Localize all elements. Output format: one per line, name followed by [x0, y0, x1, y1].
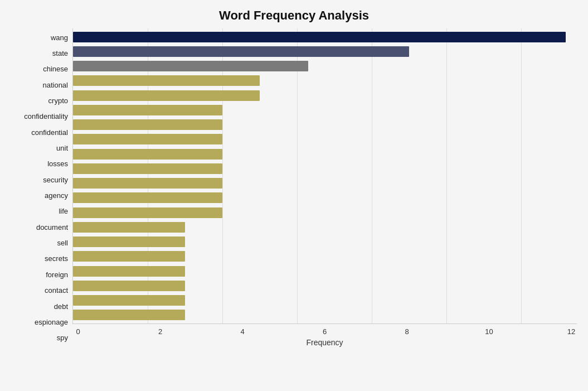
bar-row	[73, 132, 577, 147]
bar-row	[73, 88, 577, 103]
y-label: confidentiality	[24, 113, 68, 120]
y-label: sell	[57, 239, 68, 247]
bars-area	[72, 28, 577, 324]
bar-row	[73, 103, 577, 117]
x-tick: 2	[155, 327, 166, 336]
x-tick: 10	[484, 327, 495, 336]
y-label: losses	[47, 160, 68, 167]
bar-row	[73, 264, 577, 278]
x-tick: 12	[566, 327, 577, 336]
bar-row	[73, 74, 577, 88]
bar-row	[73, 147, 577, 161]
chart-container: Word Frequency Analysis wangstatechinese…	[0, 0, 588, 391]
y-label: crypto	[48, 97, 68, 104]
bar-row	[73, 205, 577, 220]
y-label: unit	[56, 144, 68, 152]
x-tick: 0	[72, 327, 84, 336]
y-label: chinese	[43, 65, 68, 73]
y-axis-labels: wangstatechinesenationalcryptoconfidenti…	[11, 28, 72, 347]
y-label: espionage	[35, 318, 68, 326]
y-label: wang	[51, 34, 68, 41]
bar-row	[73, 59, 577, 74]
bar-row	[73, 249, 577, 264]
bar-row	[73, 278, 577, 293]
bar	[73, 236, 185, 247]
bar	[73, 222, 185, 233]
bar-row	[73, 44, 577, 59]
bars-and-xaxis: 024681012 Frequency	[72, 28, 577, 347]
y-label: national	[42, 81, 68, 89]
bar	[73, 46, 409, 57]
bar	[73, 192, 222, 203]
bar-row	[73, 220, 577, 234]
bar	[73, 281, 185, 291]
x-tick: 8	[401, 327, 412, 336]
y-label: document	[36, 224, 68, 231]
y-label: spy	[57, 334, 68, 341]
bar-row	[73, 308, 577, 322]
bar-row	[73, 191, 577, 205]
y-label: confidential	[31, 129, 68, 136]
bar	[73, 163, 222, 174]
bar	[73, 149, 222, 160]
bar-row	[73, 161, 577, 176]
y-label: agency	[45, 192, 68, 199]
bar	[73, 32, 566, 42]
bar	[73, 61, 308, 71]
bar	[73, 134, 222, 144]
bar	[73, 119, 222, 130]
bar-row	[73, 293, 577, 308]
bar-row	[73, 118, 577, 132]
y-label: debt	[54, 303, 68, 310]
bar	[73, 75, 260, 86]
x-axis-label: Frequency	[306, 338, 343, 347]
x-tick: 4	[237, 327, 248, 336]
y-label: life	[59, 207, 68, 215]
bar	[73, 207, 222, 218]
bar-row	[73, 235, 577, 249]
bar	[73, 90, 260, 101]
y-label: contact	[45, 287, 68, 294]
bar	[73, 105, 222, 115]
bar	[73, 251, 185, 262]
bar	[73, 295, 185, 306]
chart-area: wangstatechinesenationalcryptoconfidenti…	[11, 28, 577, 347]
y-label: state	[52, 50, 68, 57]
x-tick: 6	[319, 327, 331, 336]
bar	[73, 266, 185, 277]
y-label: foreign	[46, 271, 68, 278]
y-label: secrets	[45, 255, 68, 262]
x-axis: 024681012 Frequency	[72, 324, 577, 347]
bar-row	[73, 176, 577, 191]
bar	[73, 178, 222, 189]
y-label: security	[43, 176, 68, 184]
chart-title: Word Frequency Analysis	[11, 6, 577, 23]
bar-row	[73, 30, 577, 44]
bar	[73, 310, 185, 320]
